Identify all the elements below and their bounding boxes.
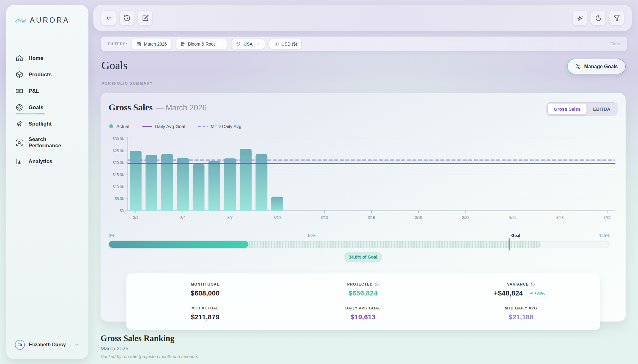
edit-button[interactable] — [138, 11, 152, 25]
filter-chip-bloom-root[interactable]: Bloom & Root — [176, 39, 227, 49]
ranking-subtitle: March 2026 — [101, 346, 198, 352]
bar-3/9[interactable] — [255, 154, 267, 213]
collapse-panel-button[interactable] — [101, 11, 116, 25]
filter-chip-usa[interactable]: USA — [231, 39, 265, 49]
stat-label-text: MTD DAILY AVG — [505, 306, 537, 310]
stat-month-goal: MONTH GOAL$608,000 — [126, 278, 284, 302]
bar-chart-icon — [16, 158, 23, 165]
gross-sales-chart-svg: $0$5.0k$10.0k$15.0k$20.0k$25.0k$30.0k3/1… — [109, 133, 618, 224]
x-tick-label: 3/10 — [273, 215, 281, 220]
filter-chip-march-2026[interactable]: March 2026 — [132, 39, 172, 49]
stat-variance: VARIANCE+$48,824+8.0% — [442, 278, 600, 302]
sparkles-button[interactable] — [573, 11, 587, 25]
x-tick-label: 3/1 — [133, 215, 138, 220]
stat-value-row: $19,613 — [351, 313, 376, 321]
section-eyebrow: PORTFOLIO SUMMARY — [101, 81, 153, 86]
bar-3/7[interactable] — [224, 158, 236, 213]
legend-item-mtd-daily-avg: MTD Daily Avg — [198, 124, 241, 129]
target-icon — [16, 104, 23, 111]
x-tick-label: 3/7 — [227, 215, 233, 220]
trend-up-icon — [529, 291, 533, 295]
manage-goals-label: Manage Goals — [584, 64, 618, 69]
history-icon — [124, 15, 131, 22]
legend-line-swatch — [142, 126, 152, 127]
package-icon — [16, 71, 23, 78]
bar-3/5[interactable] — [193, 164, 204, 213]
sidebar-item-label: Home — [29, 55, 43, 61]
info-icon — [375, 282, 379, 286]
y-tick-label: $5.0k — [115, 197, 124, 201]
bar-3/6[interactable] — [209, 161, 220, 213]
legend-line-swatch — [198, 126, 208, 127]
sidebar-item-goals[interactable]: Goals — [6, 99, 88, 116]
stat-value: $608,000 — [191, 289, 219, 297]
collapse-panel-icon — [105, 15, 112, 22]
goal-progress: 0%50%Goal125%34.8% of Goal — [109, 233, 618, 264]
bar-3/4[interactable] — [177, 158, 189, 213]
info-icon — [531, 282, 535, 286]
user-profile[interactable]: ED Elizabeth Darcy — [6, 332, 88, 359]
filter-button[interactable] — [609, 11, 624, 25]
telescope-icon — [16, 120, 23, 128]
progress-track[interactable] — [109, 241, 609, 248]
stat-value-row: $211,879 — [191, 313, 219, 321]
legend-label: Actual — [116, 124, 129, 129]
y-tick-label: $30.0k — [113, 137, 124, 141]
stat-label-text: VARIANCE — [507, 282, 529, 286]
filters-label: FILTERS: — [108, 42, 128, 46]
goal-marker — [509, 238, 510, 251]
stat-projected: PROJECTED$656,824 — [284, 278, 442, 302]
sidebar-item-spotlight[interactable]: Spotlight — [6, 116, 88, 132]
tab-ebitda[interactable]: EBITDA — [587, 104, 616, 114]
card-title-group: Gross Sales— March 2026 — [109, 102, 207, 113]
sidebar-item-analytics[interactable]: Analytics — [6, 153, 88, 170]
stat-value: $656,824 — [348, 289, 377, 297]
tab-gross-sales[interactable]: Gross Sales — [548, 104, 586, 114]
map-pin-icon — [236, 42, 241, 47]
stat-label-text: DAILY AVG GOAL — [345, 306, 381, 310]
sidebar-nav: HomeProductsP&LGoalsSpotlightSearch Perf… — [6, 50, 88, 170]
sparkles-icon — [577, 15, 584, 22]
chart-legend: ActualDaily Avg GoalMTD Daily Avg — [109, 124, 618, 129]
y-tick-label: $10.0k — [113, 185, 124, 189]
bar-3/8[interactable] — [240, 149, 252, 213]
progress-label-50-: 50% — [308, 233, 316, 238]
stat-value-row: $608,000 — [191, 289, 219, 297]
page-title: Goals — [101, 59, 128, 72]
ranking-note: Ranked by run rate (projected month-end … — [101, 354, 198, 359]
banknote-icon — [16, 87, 23, 95]
stat-label: PROJECTED — [347, 282, 379, 286]
legend-item-daily-avg-goal: Daily Avg Goal — [142, 124, 185, 129]
sidebar-item-products[interactable]: Products — [6, 66, 88, 83]
ranking-title: Gross Sales Ranking — [101, 334, 198, 343]
bar-3/10[interactable] — [271, 197, 283, 213]
filters-bar: FILTERS: March 2026Bloom & RootUSAUSD ($… — [101, 37, 627, 51]
clear-filters-button[interactable]: Clear — [605, 42, 620, 46]
history-button[interactable] — [120, 11, 134, 25]
toolbar-left-group — [101, 11, 152, 25]
filter-chip-usd-[interactable]: USD ($) — [269, 39, 302, 49]
bars-group — [130, 149, 283, 213]
x-tick-label: 3/16 — [368, 215, 375, 220]
moon-icon — [595, 15, 602, 22]
chevron-down-icon[interactable] — [74, 342, 80, 348]
sidebar-item-search-performance[interactable]: Search Performance — [6, 132, 88, 153]
x-tick-label: 3/28 — [556, 215, 564, 220]
clear-label: Clear — [610, 42, 620, 46]
home-icon — [16, 54, 23, 62]
stat-label: MONTH GOAL — [191, 282, 219, 286]
filter-chip-label: Bloom & Root — [188, 42, 215, 47]
moon-button[interactable] — [591, 11, 605, 25]
filter-chip-label: March 2026 — [144, 42, 167, 47]
progress-fill — [109, 241, 248, 248]
sidebar-item-p-l[interactable]: P&L — [6, 83, 88, 99]
legend-item-actual: Actual — [109, 124, 129, 129]
stat-mtd-actual: MTD ACTUAL$211,879 — [126, 302, 284, 326]
legend-label: Daily Avg Goal — [155, 124, 185, 129]
progress-label-125-: 125% — [599, 233, 609, 238]
sidebar-item-home[interactable]: Home — [6, 50, 88, 66]
stat-value-row: $21,188 — [509, 313, 534, 321]
bar-3/3[interactable] — [161, 154, 173, 213]
sidebar-item-label: Goals — [29, 104, 43, 111]
manage-goals-button[interactable]: Manage Goals — [567, 59, 626, 74]
